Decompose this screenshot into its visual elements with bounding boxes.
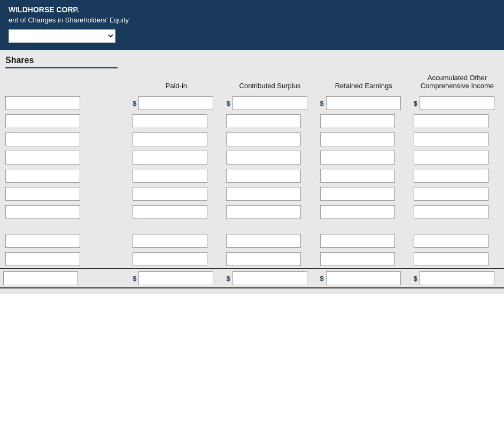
- table-row: [0, 185, 504, 203]
- retained-input-6[interactable]: [320, 187, 395, 201]
- shares-input-2[interactable]: [5, 114, 80, 128]
- total-accumulated-cell: $: [410, 269, 504, 288]
- cell-surplus-1: $: [223, 94, 316, 112]
- spacer-row: [0, 221, 504, 232]
- surplus-input-3[interactable]: [226, 132, 301, 146]
- table-row: [0, 203, 504, 221]
- col-header-paid-in: Paid-in: [129, 68, 223, 94]
- col-header-retained-earnings: Retained Earnings: [317, 68, 410, 94]
- accumulated-input-9[interactable]: [414, 252, 489, 266]
- paid-in-input-5[interactable]: [133, 169, 207, 183]
- paid-in-input-3[interactable]: [133, 132, 207, 146]
- accumulated-input-6[interactable]: [414, 187, 489, 201]
- company-name: WILDHORSE CORP.: [9, 5, 495, 14]
- dollar-sign: $: [226, 275, 230, 283]
- total-paid-in-cell: $: [129, 269, 223, 288]
- dollar-sign: $: [320, 275, 324, 283]
- table-row: [0, 232, 504, 250]
- total-surplus-cell: $: [223, 269, 316, 288]
- paid-in-input-1[interactable]: [138, 96, 213, 110]
- total-row: $ $ $: [0, 269, 504, 288]
- dollar-sign: $: [226, 99, 230, 107]
- dollar-sign: $: [133, 275, 136, 283]
- paid-in-input-6[interactable]: [133, 187, 207, 201]
- table-row: [0, 250, 504, 269]
- shares-input-7[interactable]: [5, 205, 80, 219]
- paid-in-input-7[interactable]: [133, 205, 207, 219]
- cell-paid-in-1: $: [129, 94, 223, 112]
- accumulated-input-5[interactable]: [414, 169, 489, 183]
- dollar-sign: $: [414, 275, 417, 283]
- retained-input-4[interactable]: [320, 151, 395, 165]
- cell-shares-1: [0, 94, 129, 112]
- shares-label: Shares: [5, 56, 118, 68]
- accumulated-input-4[interactable]: [414, 151, 489, 165]
- table-row: [0, 167, 504, 185]
- total-retained-cell: $: [317, 269, 410, 288]
- retained-input-7[interactable]: [320, 205, 395, 219]
- retained-input-3[interactable]: [320, 132, 395, 146]
- paid-in-total-input[interactable]: [138, 271, 213, 285]
- page-header: WILDHORSE CORP. ent of Changes in Shareh…: [0, 0, 504, 50]
- shares-input-9[interactable]: [5, 252, 80, 266]
- surplus-input-6[interactable]: [226, 187, 301, 201]
- period-select[interactable]: [9, 29, 115, 43]
- dollar-sign: $: [320, 99, 324, 107]
- equity-table: Paid-in Contributed Surplus Retained Ear…: [0, 68, 504, 288]
- col-header-accumulated-other: Accumulated Other Comprehensive Income: [410, 68, 504, 94]
- equity-table-wrapper: Paid-in Contributed Surplus Retained Ear…: [0, 68, 504, 294]
- paid-in-input-9[interactable]: [133, 252, 207, 266]
- shares-input-5[interactable]: [5, 169, 80, 183]
- column-header-row: Paid-in Contributed Surplus Retained Ear…: [0, 68, 504, 94]
- surplus-input-8[interactable]: [226, 234, 301, 248]
- table-row: [0, 148, 504, 167]
- statement-title: ent of Changes in Shareholders' Equity: [9, 16, 495, 24]
- surplus-input-1[interactable]: [232, 96, 307, 110]
- cell-accumulated-1: $: [410, 94, 504, 112]
- retained-input-2[interactable]: [320, 114, 395, 128]
- accumulated-input-3[interactable]: [414, 132, 489, 146]
- surplus-input-2[interactable]: [226, 114, 301, 128]
- surplus-input-4[interactable]: [226, 151, 301, 165]
- surplus-input-7[interactable]: [226, 205, 301, 219]
- dollar-sign: $: [133, 99, 136, 107]
- shares-input-1[interactable]: [5, 96, 80, 110]
- col-header-contributed-surplus: Contributed Surplus: [223, 68, 316, 94]
- shares-input-8[interactable]: [5, 234, 80, 248]
- shares-input-3[interactable]: [5, 132, 80, 146]
- paid-in-input-8[interactable]: [133, 234, 207, 248]
- retained-input-1[interactable]: [326, 96, 401, 110]
- shares-label-row: Shares: [0, 50, 504, 68]
- accumulated-input-7[interactable]: [414, 205, 489, 219]
- col-header-shares: [0, 68, 129, 94]
- paid-in-input-4[interactable]: [133, 151, 207, 165]
- accumulated-input-8[interactable]: [414, 234, 489, 248]
- retained-input-8[interactable]: [320, 234, 395, 248]
- cell-retained-1: $: [317, 94, 410, 112]
- accumulated-total-input[interactable]: [420, 271, 494, 285]
- table-row: $ $ $: [0, 94, 504, 112]
- total-shares-cell: [0, 269, 129, 288]
- surplus-total-input[interactable]: [232, 271, 307, 285]
- dollar-sign: $: [414, 99, 417, 107]
- shares-input-4[interactable]: [5, 151, 80, 165]
- content-area: Shares Paid-in Contributed Surplus Retai…: [0, 50, 504, 294]
- surplus-input-9[interactable]: [226, 252, 301, 266]
- retained-input-5[interactable]: [320, 169, 395, 183]
- accumulated-input-2[interactable]: [414, 114, 489, 128]
- retained-total-input[interactable]: [326, 271, 401, 285]
- retained-input-9[interactable]: [320, 252, 395, 266]
- surplus-input-5[interactable]: [226, 169, 301, 183]
- shares-total-input[interactable]: [3, 271, 78, 285]
- shares-input-6[interactable]: [5, 187, 80, 201]
- table-row: [0, 130, 504, 148]
- paid-in-input-2[interactable]: [133, 114, 207, 128]
- accumulated-input-1[interactable]: [420, 96, 494, 110]
- table-row: [0, 112, 504, 130]
